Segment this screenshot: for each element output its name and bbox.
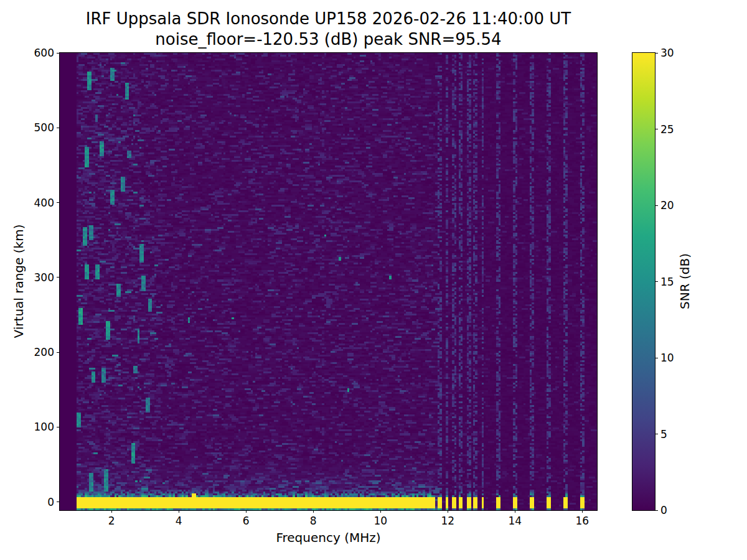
x-tick-mark <box>246 510 247 513</box>
x-tick-mark <box>515 510 515 513</box>
y-tick-label: 200 <box>17 345 54 359</box>
x-tick-label: 2 <box>99 514 124 528</box>
x-tick-label: 14 <box>502 514 527 528</box>
colorbar-tick-label: 25 <box>660 123 674 136</box>
colorbar-tick-label: 0 <box>660 503 667 517</box>
x-tick-label: 4 <box>166 514 191 528</box>
y-tick-mark <box>57 202 59 203</box>
colorbar-tick-mark <box>655 510 658 511</box>
colorbar-label: SNR (dB) <box>677 253 692 309</box>
colorbar-tick-mark <box>655 281 658 282</box>
colorbar-tick-label: 20 <box>660 198 674 212</box>
colorbar-tick-mark <box>655 129 658 129</box>
x-tick-label: 16 <box>570 514 594 528</box>
y-tick-mark <box>57 277 59 278</box>
colorbar-tick-mark <box>655 53 658 54</box>
colorbar-tick-label: 15 <box>660 275 674 289</box>
y-tick-label: 500 <box>17 121 54 134</box>
x-tick-label: 10 <box>368 514 393 528</box>
x-tick-mark <box>313 510 314 513</box>
colorbar <box>632 52 655 511</box>
title-line-1: IRF Uppsala SDR Ionosonde UP158 2026-02-… <box>60 9 597 29</box>
y-axis-label: Virtual range (km) <box>11 225 26 338</box>
colorbar-tick-label: 30 <box>660 46 674 60</box>
figure-title: IRF Uppsala SDR Ionosonde UP158 2026-02-… <box>60 9 597 50</box>
colorbar-tick-mark <box>655 358 658 358</box>
x-tick-label: 12 <box>435 514 460 528</box>
y-tick-mark <box>57 427 59 427</box>
plot-area <box>59 52 598 511</box>
x-tick-label: 8 <box>301 514 326 528</box>
y-tick-mark <box>57 53 59 54</box>
colorbar-tick-mark <box>655 434 658 434</box>
y-tick-label: 100 <box>17 420 54 434</box>
x-tick-mark <box>380 510 381 513</box>
x-tick-mark <box>179 510 179 513</box>
y-tick-label: 600 <box>17 46 54 60</box>
x-tick-mark <box>111 510 112 513</box>
colorbar-tick-label: 5 <box>660 427 667 441</box>
x-tick-label: 6 <box>233 514 258 528</box>
title-line-2: noise_floor=-120.53 (dB) peak SNR=95.54 <box>60 29 597 50</box>
y-tick-mark <box>57 502 59 502</box>
ionogram-heatmap <box>60 53 597 510</box>
y-tick-label: 400 <box>17 196 54 210</box>
y-tick-mark <box>57 352 59 353</box>
x-axis-label: Frequency (MHz) <box>60 530 597 545</box>
x-tick-mark <box>448 510 448 513</box>
y-tick-label: 0 <box>17 495 54 509</box>
colorbar-tick-label: 10 <box>660 351 674 365</box>
x-tick-mark <box>582 510 583 513</box>
colorbar-tick-mark <box>655 205 658 206</box>
y-tick-mark <box>57 128 59 128</box>
